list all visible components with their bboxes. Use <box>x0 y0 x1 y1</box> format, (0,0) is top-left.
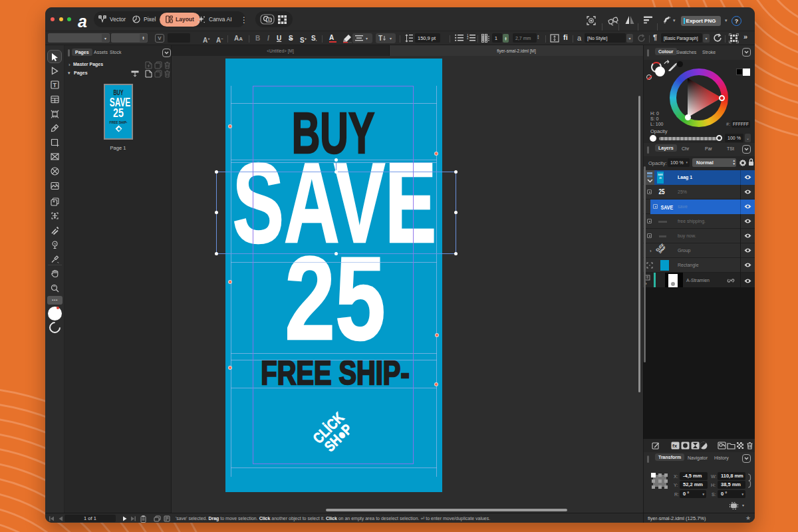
svg-text:fx: fx <box>672 443 678 449</box>
svg-text:T: T <box>53 82 57 88</box>
svg-text:A: A <box>267 18 270 22</box>
svg-text:2: 2 <box>467 37 469 40</box>
svg-text:T: T <box>378 35 382 42</box>
